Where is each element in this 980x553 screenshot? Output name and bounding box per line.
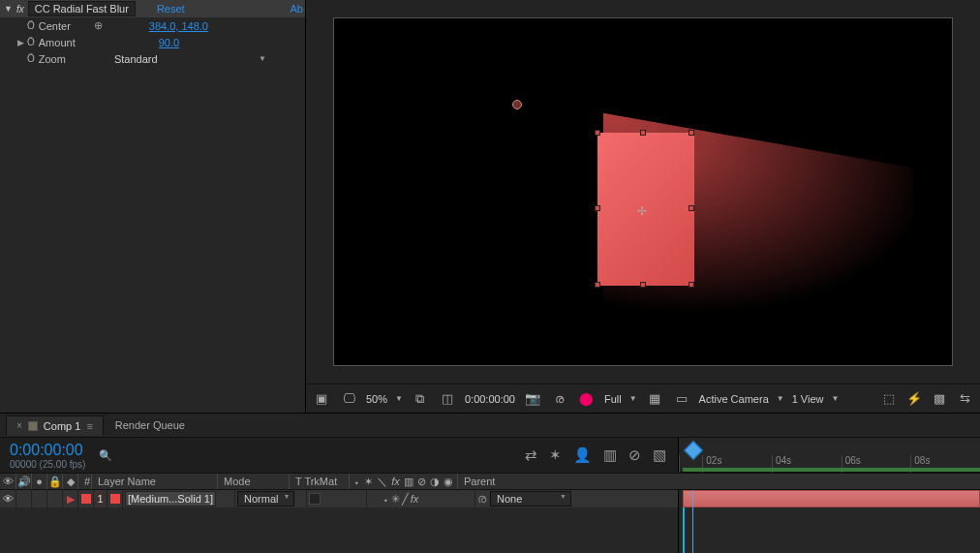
- chevron-down-icon[interactable]: ▼: [832, 394, 840, 403]
- motion-blur-icon[interactable]: ⊘: [628, 446, 641, 464]
- camera-icon[interactable]: 📷: [523, 391, 542, 406]
- parent-column[interactable]: Parent: [457, 474, 556, 489]
- pickwhip-icon[interactable]: ര: [550, 391, 569, 407]
- parent-dropdown[interactable]: None: [490, 491, 571, 507]
- solo-toggle[interactable]: [31, 490, 46, 507]
- effect-name[interactable]: CC Radial Fast Blur: [28, 1, 136, 16]
- transparency-icon[interactable]: ▩: [930, 391, 949, 406]
- grid-icon[interactable]: ▦: [645, 391, 664, 406]
- search-icon[interactable]: 🔍: [99, 449, 112, 462]
- stopwatch-icon[interactable]: Ö: [27, 37, 35, 47]
- trkmat-column[interactable]: T TrkMat: [289, 474, 349, 489]
- center-value[interactable]: 384.0, 148.0: [149, 20, 208, 32]
- views-dropdown[interactable]: 1 View: [792, 393, 824, 405]
- time-readout[interactable]: 0:00:00:00: [465, 393, 515, 405]
- chevron-down-icon[interactable]: ▼: [395, 394, 403, 403]
- switches-column[interactable]: ⬩✶＼fx▥⊘◑◉: [349, 474, 457, 489]
- lock-column-icon[interactable]: 🔒: [46, 474, 62, 489]
- index-column[interactable]: #: [77, 474, 91, 489]
- reset-link[interactable]: Reset: [157, 3, 185, 15]
- frame-blend-icon[interactable]: ▥: [603, 446, 617, 464]
- cti-line[interactable]: [692, 490, 693, 553]
- solo-column-icon[interactable]: ●: [31, 474, 46, 489]
- twirl-right-icon[interactable]: ▶: [62, 490, 77, 507]
- star-icon: ✶: [364, 476, 373, 488]
- track-area[interactable]: [679, 490, 980, 553]
- close-icon[interactable]: ×: [16, 420, 22, 431]
- viewer-canvas[interactable]: ✢: [333, 17, 953, 366]
- safe-zones-icon[interactable]: ⧉: [411, 391, 430, 407]
- view-icon[interactable]: ▭: [672, 391, 691, 406]
- resize-handle[interactable]: [595, 130, 600, 136]
- resize-handle[interactable]: [640, 282, 646, 288]
- layer-name-column[interactable]: Layer Name: [91, 474, 217, 489]
- chevron-down-icon[interactable]: ▼: [777, 394, 784, 403]
- chevron-down-icon[interactable]: ▼: [629, 394, 637, 403]
- collapse-switch[interactable]: ✳: [391, 493, 400, 506]
- tab-render-queue[interactable]: Render Queue: [106, 415, 195, 435]
- resize-handle[interactable]: [689, 282, 694, 288]
- crosshair-icon[interactable]: ⊕: [94, 19, 103, 32]
- camera-dropdown[interactable]: Active Camera: [699, 393, 769, 405]
- chevron-down-icon[interactable]: ▼: [259, 54, 266, 63]
- resize-handle[interactable]: [595, 282, 600, 288]
- stopwatch-icon[interactable]: Ö: [27, 20, 35, 31]
- track-matte[interactable]: [306, 490, 366, 507]
- color-icon[interactable]: ⬤: [577, 391, 597, 406]
- flowchart-icon[interactable]: ⇆: [955, 391, 974, 406]
- anchor-point-icon[interactable]: ✢: [637, 204, 649, 216]
- label-swatch[interactable]: [77, 490, 93, 507]
- property-amount: ▶ Ö Amount 90.0: [0, 34, 305, 50]
- zoom-value[interactable]: Standard: [114, 53, 158, 65]
- fast-preview-icon[interactable]: ⚡: [904, 391, 924, 406]
- pixel-aspect-icon[interactable]: ⬚: [879, 391, 899, 406]
- pickwhip-icon[interactable]: ര: [477, 491, 486, 507]
- current-time[interactable]: 0:00:00:00: [10, 442, 85, 459]
- label-column-icon[interactable]: ◆: [62, 474, 77, 489]
- quality-switch[interactable]: ╱: [402, 493, 409, 506]
- property-center: Ö Center ⊕ 384.0, 148.0: [0, 17, 305, 34]
- lock-toggle[interactable]: [46, 490, 62, 507]
- layer-switches[interactable]: ⬩ ✳ ╱ fx: [366, 490, 475, 507]
- shy-icon[interactable]: 👤: [573, 446, 592, 464]
- menu-icon[interactable]: ≡: [86, 420, 92, 432]
- fps-readout: 00000 (25.00 fps): [10, 459, 85, 470]
- monitor-icon[interactable]: 🖵: [339, 391, 358, 406]
- draft3d-icon[interactable]: ✶: [549, 446, 562, 464]
- resize-handle[interactable]: [595, 205, 600, 211]
- layer-name[interactable]: [Medium...Solid 1]: [122, 490, 234, 507]
- layer-search[interactable]: 🔍: [99, 449, 511, 462]
- column-headers: 👁 🔊 ● 🔒 ◆ # Layer Name Mode T TrkMat ⬩✶＼…: [0, 473, 980, 490]
- about-link[interactable]: Ab: [291, 3, 303, 15]
- resize-handle[interactable]: [689, 130, 694, 136]
- visibility-column-icon[interactable]: 👁: [0, 474, 15, 489]
- tab-comp[interactable]: × Comp 1 ≡: [6, 415, 104, 436]
- search-input[interactable]: [118, 449, 176, 461]
- twirl-right-icon[interactable]: ▶: [17, 38, 27, 47]
- twirl-down-icon[interactable]: ▼: [4, 4, 13, 14]
- mask-icon[interactable]: ◫: [438, 391, 457, 406]
- zoom-readout[interactable]: 50%: [366, 393, 387, 405]
- region-icon[interactable]: ▣: [312, 391, 331, 406]
- audio-toggle[interactable]: [15, 490, 31, 507]
- visibility-toggle[interactable]: 👁: [0, 490, 15, 507]
- audio-column-icon[interactable]: 🔊: [15, 474, 31, 489]
- layer-row[interactable]: 👁 ▶ 1 [Medium...Solid 1] Normal ⬩: [0, 490, 678, 507]
- fx-switch[interactable]: fx: [411, 493, 419, 505]
- resize-handle[interactable]: [689, 205, 694, 211]
- amount-value[interactable]: 90.0: [159, 37, 179, 48]
- parent-control[interactable]: ര None: [475, 490, 573, 507]
- mode-column[interactable]: Mode: [217, 474, 289, 489]
- comp-mini-flowchart-icon[interactable]: ⇄: [525, 446, 537, 464]
- effect-center-marker[interactable]: [512, 100, 522, 109]
- time-ruler[interactable]: 02s 04s 06s 08s: [679, 438, 980, 473]
- resize-handle[interactable]: [640, 130, 646, 136]
- shy-switch[interactable]: ⬩: [383, 493, 389, 505]
- work-area-bar[interactable]: [683, 468, 980, 472]
- graph-editor-icon[interactable]: ▧: [653, 446, 666, 464]
- layer-duration-bar[interactable]: [683, 490, 980, 507]
- blending-mode[interactable]: Normal: [234, 490, 306, 507]
- effect-header[interactable]: ▼ fx CC Radial Fast Blur Reset Ab: [0, 0, 305, 17]
- resolution-dropdown[interactable]: Full: [604, 393, 622, 405]
- stopwatch-icon[interactable]: Ö: [27, 53, 35, 64]
